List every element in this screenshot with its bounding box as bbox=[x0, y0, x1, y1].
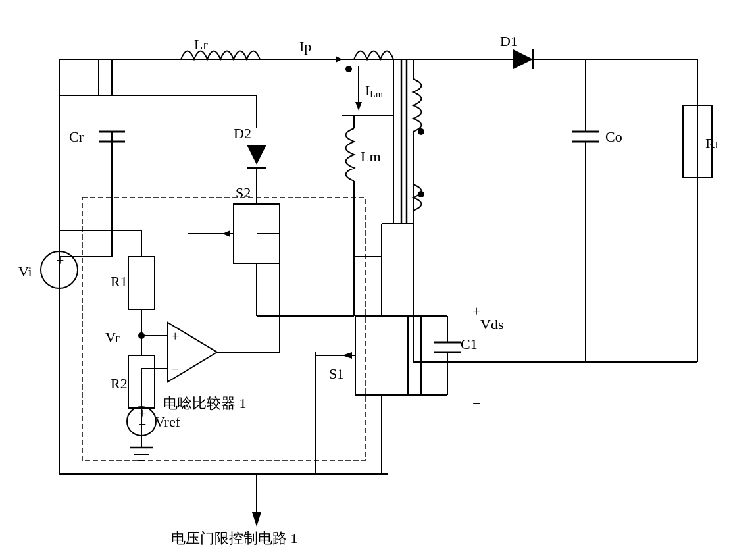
vds-label: Vds bbox=[480, 316, 503, 332]
d2-label: D2 bbox=[234, 125, 251, 142]
c1-label: C1 bbox=[461, 336, 478, 352]
svg-point-31 bbox=[418, 128, 424, 135]
svg-text:+: + bbox=[56, 252, 64, 269]
lm-label: Lm bbox=[361, 148, 381, 165]
r2-label: R2 bbox=[111, 375, 128, 392]
ip-label: Ip bbox=[299, 38, 311, 55]
comparator-label: 电唸比较器 1 bbox=[163, 395, 247, 411]
control-label: 电压门限控制电路 1 bbox=[171, 530, 298, 546]
vref-label: Vref bbox=[155, 413, 181, 430]
co-label: Co bbox=[605, 128, 622, 145]
svg-text:+: + bbox=[472, 303, 480, 319]
circuit-diagram: + Vi Cr Lr Ip ILm Lm bbox=[0, 0, 756, 549]
vr-label: Vr bbox=[105, 329, 120, 346]
r1-label: R1 bbox=[111, 273, 128, 290]
svg-text:−: − bbox=[472, 395, 480, 411]
svg-text:−: − bbox=[138, 416, 146, 432]
svg-point-26 bbox=[345, 66, 352, 72]
s2-label: S2 bbox=[236, 184, 251, 201]
svg-text:−: − bbox=[171, 361, 179, 377]
s1-label: S1 bbox=[329, 365, 344, 382]
svg-text:+: + bbox=[171, 328, 179, 344]
vi-label: Vi bbox=[18, 263, 32, 280]
lr-label: Lr bbox=[194, 36, 208, 53]
cr-label: Cr bbox=[69, 128, 84, 145]
d1-label: D1 bbox=[500, 33, 518, 49]
rl-label: Rₗ bbox=[705, 135, 718, 151]
